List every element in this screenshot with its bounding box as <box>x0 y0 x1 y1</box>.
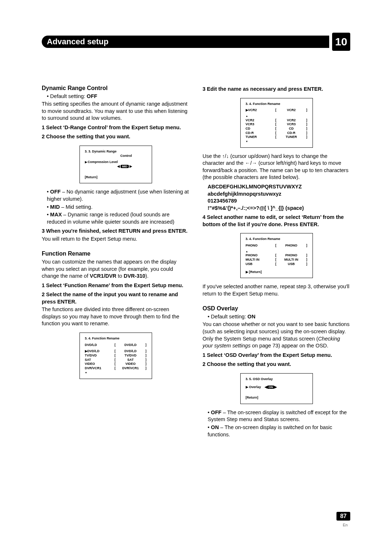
osdov-osd-title: 3. 5. OSD Overlay <box>246 377 307 382</box>
drc-b3a: MAX <box>50 212 62 217</box>
osd1-t2: DVD/LD <box>116 343 146 347</box>
osd-val: ◀ MID ▶ <box>103 164 147 169</box>
r-step3: 3 Edit the name as necessary and press E… <box>203 86 350 93</box>
r-outro: If you've selected another name, repeat … <box>203 283 350 297</box>
osdov-intro: You can choose whether or not you want t… <box>203 321 350 349</box>
osd2-top: ▶VCR2 [ VCR2 ] <box>246 108 307 113</box>
osdov-intro2: on page 73) appear on the OSD. <box>250 343 328 349</box>
osd-val-text: MID <box>121 165 129 168</box>
osdov-title: OSD Overlay <box>203 305 350 313</box>
osd3-top: PHONO [ PHONO ] <box>246 244 307 248</box>
osdov-osd: 3. 5. OSD Overlay ▶ Overlay ◀ON▶ [Return… <box>240 373 313 404</box>
osdov-step1: 1 Select ‘OSD Overlay’ from the Expert S… <box>203 352 350 359</box>
osd1-top: DVD/LD [ DVD/LD ] <box>85 343 147 347</box>
osdov-default-val: ON <box>248 314 256 319</box>
osd1-t0: DVD/LD <box>85 343 115 347</box>
drc-osd: 3. 3. Dynamic Range Control Compression … <box>79 146 152 183</box>
drc-step1: 1 Select ‘D-Range Control’ from the Expe… <box>42 124 189 131</box>
fr-title: Function Rename <box>42 250 189 258</box>
r-osd2: 3. 4. Function Rename ▶VCR2 [ VCR2 ] VCR… <box>240 98 313 148</box>
drc-b2b: – Mid setting. <box>60 204 93 210</box>
osd1-rows: ▶DVD/LD[DVD/LD] TV/DVD[TV/DVD] SAT[SAT] … <box>85 349 147 370</box>
r-osd3: 3. 4. Function Rename PHONO [ PHONO ] PH… <box>240 233 313 278</box>
drc-b1: OFF – No dynamic range adjustment (use w… <box>47 188 189 203</box>
drc-intro: This setting specifies the amount of dyn… <box>42 101 189 122</box>
drc-default-label: Default setting: <box>50 93 87 99</box>
fr-intromid: to <box>117 273 124 279</box>
drc-b3b: – Dynamic range is reduced (loud sounds … <box>47 212 174 225</box>
chars4: !"#$%&'()*+,–./:;<=>?@[ \ ]^_{|} (space) <box>208 205 304 211</box>
osdov-b1a: OFF <box>211 409 221 415</box>
fr-step2: 2 Select the name of the input you want … <box>42 291 189 305</box>
osdov-b1b: – The on-screen display is switched off … <box>208 409 347 423</box>
osdov-default: Default setting: ON <box>208 313 350 321</box>
osdov-osd-val: ON <box>267 386 274 389</box>
right-column: 3 Edit the name as necessary and press E… <box>203 83 350 439</box>
fr-introb2: DVR-310 <box>124 273 146 279</box>
osdov-default-label: Default setting: <box>211 314 248 319</box>
osd3-up <box>246 249 307 254</box>
osdov-b2: ON – The on-screen display is switched o… <box>208 424 350 438</box>
drc-step2: 2 Choose the setting that you want. <box>42 133 189 140</box>
osdov-osd-line-text: ▶ Overlay <box>246 385 261 389</box>
fr-introb1: VCR1/DVR <box>90 273 116 279</box>
drc-b1b: – No dynamic range adjustment (use when … <box>47 189 189 202</box>
chars3: 0123456789 <box>208 198 237 204</box>
osdov-osd-line: ▶ Overlay ◀ON▶ <box>246 385 307 390</box>
osdov-osd-return: [Return] <box>246 396 307 400</box>
osd1-title: 3. 4. Function Rename <box>85 337 147 341</box>
page-number: 87 <box>336 512 350 521</box>
header-title: Advanced setup <box>42 36 329 48</box>
osd-return: [Return] <box>85 175 147 180</box>
r-step4: 4 Select another name to edit, or select… <box>203 214 350 228</box>
header-bar: Advanced setup 10 <box>42 33 350 51</box>
chapter-number: 10 <box>332 33 350 51</box>
drc-outro: You will return to the Expert Setup menu… <box>42 236 189 243</box>
fr-intro: You can customize the names that appears… <box>42 258 189 280</box>
osdov-b2a: ON <box>211 424 219 430</box>
left-column: Dynamic Range Control Default setting: O… <box>42 83 189 439</box>
osd2-down <box>246 139 307 144</box>
osd3-return: ▶ [Return] <box>246 270 307 274</box>
osd-title: 3. 3. Dynamic Range <box>85 150 147 154</box>
drc-b3: MAX – Dynamic range is reduced (loud sou… <box>47 211 189 225</box>
osdov-step2: 2 Choose the setting that you want. <box>203 361 350 368</box>
osd1-t3: ] <box>146 343 147 347</box>
chars2: abcdefghijklmnopqrstuvwxyz <box>208 191 281 197</box>
osd2-title: 3. 4. Function Rename <box>246 102 307 106</box>
osd3-title: 3. 4. Function Rename <box>246 237 307 241</box>
drc-b2: MID – Mid setting. <box>47 204 189 211</box>
drc-b2a: MID <box>50 204 60 210</box>
fr-osd1: 3. 4. Function Rename DVD/LD [ DVD/LD ] … <box>79 333 152 379</box>
r-para: Use the ↑/↓ (cursor up/down) hard keys t… <box>203 153 350 181</box>
drc-title: Dynamic Range Control <box>42 84 189 92</box>
osd-line: Compression Level <box>85 160 147 164</box>
drc-b1a: OFF <box>50 189 61 195</box>
osd2-rows: VCR2[VCR2] VCR3[VCR3] CD[CD] CD-R[CD-R] … <box>246 118 307 139</box>
osd-line-text: Compression Level <box>88 160 118 164</box>
drc-default: Default setting: OFF <box>47 93 189 100</box>
drc-step3: 3 When you're finished, select RETURN an… <box>42 228 189 235</box>
content: Dynamic Range Control Default setting: O… <box>42 83 350 439</box>
fr-step1: 1 Select ‘Function Rename’ from the Expe… <box>42 282 189 289</box>
page-lang: En <box>343 523 348 527</box>
osd2-up <box>246 114 307 118</box>
fr-introend: ). <box>145 273 148 279</box>
drc-default-val: OFF <box>87 93 97 99</box>
fr-step2txt: The functions are divided into three dif… <box>42 306 189 327</box>
osd-sub: Control <box>85 154 132 158</box>
osdov-b2b: – The on-screen display is switched on f… <box>208 424 332 437</box>
chars1: ABCDEFGHIJKLMNOPQRSTUVWXYZ <box>208 184 302 189</box>
osd3-rows: PHONO[PHONO] MULTI IN[MULTI IN] USB[USB] <box>246 253 307 266</box>
osd1-down <box>85 371 147 375</box>
osdov-b1: OFF – The on-screen display is switched … <box>208 409 350 423</box>
